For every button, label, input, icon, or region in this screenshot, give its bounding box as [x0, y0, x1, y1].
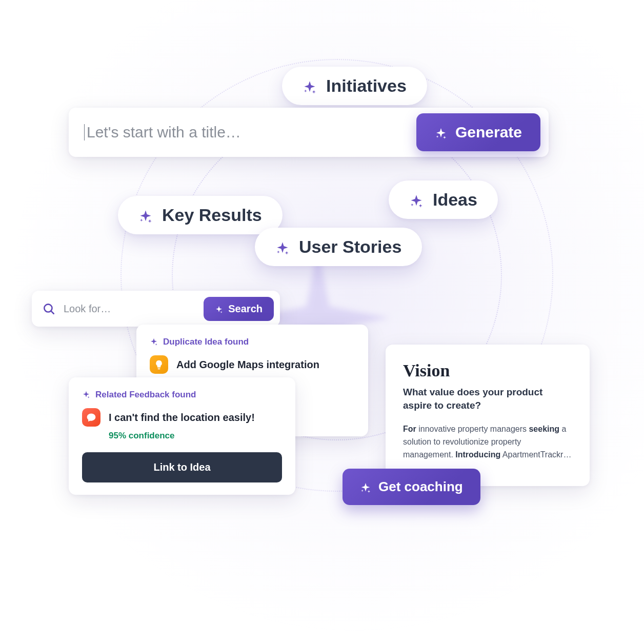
vision-subtitle: What value does your product aspire to c…: [403, 386, 572, 412]
related-feedback-title: I can't find the location easily!: [109, 412, 255, 424]
title-bar: Generate: [69, 108, 549, 157]
search-button[interactable]: Search: [204, 297, 274, 321]
vision-body-bold: For: [403, 425, 416, 433]
related-card-header-text: Related Feedback found: [95, 390, 196, 400]
pill-initiatives[interactable]: Initiatives: [282, 67, 427, 105]
sparkle-icon: [138, 208, 153, 223]
pill-label: User Stories: [299, 237, 401, 257]
search-input[interactable]: [63, 303, 196, 315]
vision-card: Vision What value does your product aspi…: [386, 345, 590, 486]
text-caret: [84, 124, 85, 140]
duplicate-card-header: Duplicate Idea found: [150, 337, 355, 347]
related-card-header: Related Feedback found: [82, 390, 282, 400]
search-icon: [42, 302, 55, 315]
vision-body-text: ApartmentTrackr…: [500, 450, 571, 459]
generate-button[interactable]: Generate: [416, 113, 540, 151]
pill-user-stories[interactable]: User Stories: [255, 228, 422, 266]
vision-body-bold: Introducing: [455, 450, 500, 459]
related-feedback-item[interactable]: I can't find the location easily!: [82, 408, 282, 427]
related-feedback-card: Related Feedback found I can't find the …: [69, 377, 295, 495]
sparkle-icon: [82, 391, 90, 399]
vision-title: Vision: [403, 361, 572, 380]
duplicate-card-header-text: Duplicate Idea found: [163, 337, 249, 347]
sparkle-icon: [409, 193, 424, 207]
get-coaching-label: Get coaching: [378, 479, 463, 495]
vision-body-text: innovative property managers: [416, 425, 529, 433]
pill-label: Key Results: [162, 205, 262, 225]
pill-ideas[interactable]: Ideas: [389, 180, 498, 219]
pill-label: Ideas: [433, 190, 477, 210]
duplicate-idea-title: Add Google Maps integration: [176, 359, 319, 371]
confidence-label: 95% confidence: [109, 431, 282, 441]
title-input[interactable]: [86, 123, 416, 142]
lightbulb-icon: [150, 355, 168, 374]
sparkle-icon: [275, 240, 290, 254]
chat-bubble-icon: [82, 408, 100, 427]
svg-line-1: [51, 311, 54, 314]
search-button-label: Search: [228, 303, 263, 315]
link-to-idea-button[interactable]: Link to Idea: [82, 452, 282, 482]
vision-body: For innovative property managers seeking…: [403, 423, 572, 461]
search-bar: Search: [32, 291, 280, 327]
sparkle-icon: [150, 338, 158, 346]
sparkle-icon: [360, 481, 371, 493]
generate-button-label: Generate: [455, 124, 522, 141]
get-coaching-button[interactable]: Get coaching: [343, 469, 480, 505]
link-to-idea-label: Link to Idea: [153, 461, 210, 473]
vision-body-bold: seeking: [529, 425, 559, 433]
sparkle-icon: [435, 126, 447, 138]
sparkle-icon: [303, 79, 317, 93]
duplicate-idea-item[interactable]: Add Google Maps integration: [150, 355, 355, 374]
sparkle-icon: [215, 305, 223, 313]
pill-label: Initiatives: [326, 76, 407, 96]
pill-key-results[interactable]: Key Results: [118, 196, 283, 234]
